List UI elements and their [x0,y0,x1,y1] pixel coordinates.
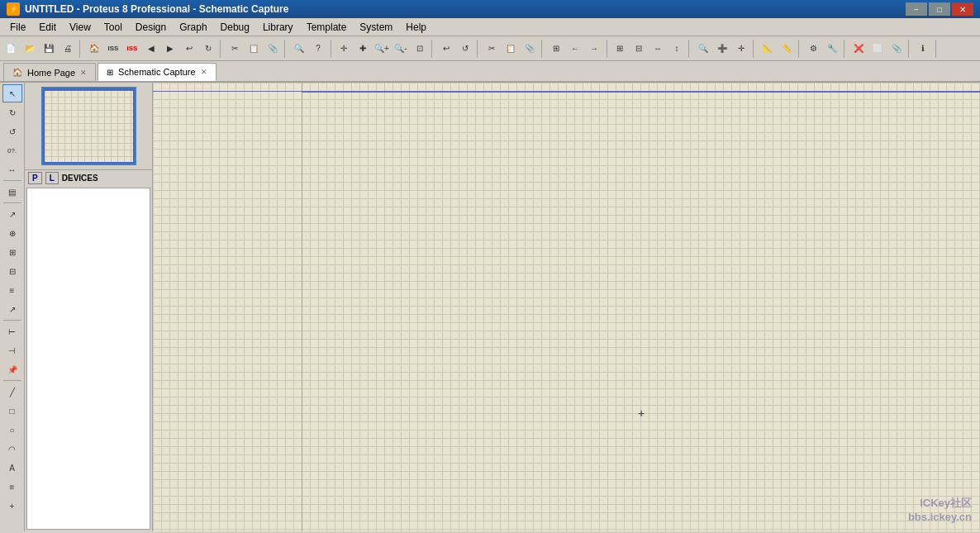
toolbar-group-nav: ✛ ✚ 🔍+ 🔍- ⊡ ↩ ↺ ✂ 📋 📎 ⊞ ← → [335,40,607,58]
lt-bus-entry[interactable]: ⊟ [2,262,22,280]
tb-save[interactable]: 💾 [40,40,58,58]
tb-box[interactable]: ⬜ [868,40,887,58]
menu-tool[interactable]: Tool [98,19,129,36]
tb-sim6[interactable]: ➕ [713,40,731,58]
lt-junction[interactable]: ⊕ [2,224,22,242]
lt-rotate-cw[interactable]: ↻ [2,103,22,121]
lt-port[interactable]: ⊣ [2,341,22,359]
tb-print[interactable]: 🖨 [59,40,77,58]
menu-system[interactable]: System [353,19,399,36]
devices-l-button[interactable]: L [45,172,59,184]
tb-open[interactable]: 📂 [21,40,39,58]
tb-info[interactable]: ℹ [914,40,932,58]
menu-design[interactable]: Design [129,19,173,36]
lt-mirror[interactable]: ↔ [2,160,22,178]
menu-library[interactable]: Library [256,19,300,36]
tb-undo-1[interactable]: ↩ [180,40,198,58]
tb-del[interactable]: ❌ [849,40,868,58]
menu-help[interactable]: Help [399,19,433,36]
lt-pin[interactable]: 📌 [2,360,22,378]
left-toolbar: ↖ ↻ ↺ 0?. ↔ ▤ ↗ ⊕ ⊞ ⊟ ≡ ↗ ⊢ ⊣ 📌 ╱ □ ○ ◠ … [0,83,25,531]
tb-paste[interactable]: 📎 [264,40,282,58]
tb-sim7[interactable]: ✛ [732,40,750,58]
tb-redo-1[interactable]: ↻ [199,40,217,58]
menu-template[interactable]: Template [300,19,354,36]
lt-bus[interactable]: ≡ [2,281,22,299]
tb-grid1[interactable]: ISS [104,40,122,58]
lt-wire-label[interactable]: ⊞ [2,243,22,261]
tb-search[interactable]: 🔍 [290,40,308,58]
tab-home-close[interactable]: ✕ [80,69,87,77]
lt-rect[interactable]: □ [2,402,22,420]
tb-sim5[interactable]: 🔍 [694,40,712,58]
lt-arc[interactable]: ◠ [2,440,22,458]
lt-select[interactable]: ↖ [2,84,22,102]
devices-p-button[interactable]: P [28,172,42,184]
lt-component[interactable]: ↗ [2,205,22,223]
tb-arrow-left[interactable]: ◀ [142,40,160,58]
preview-box [41,87,136,165]
tb-clip[interactable]: 📎 [887,40,906,58]
window-title: UNTITLED - Proteus 8 Professional - Sche… [25,3,288,15]
tb-tool2[interactable]: 📏 [778,40,796,58]
watermark-line2: bbs.ickey.cn [908,511,972,523]
tb-tool1[interactable]: 📐 [759,40,777,58]
lt-query[interactable]: 0?. [2,141,22,159]
tb-question[interactable]: ? [309,40,327,58]
tb-copy2[interactable]: 📋 [502,40,520,58]
minimize-button[interactable]: − [906,2,927,16]
menu-view[interactable]: View [63,19,98,36]
tb-home[interactable]: 🏠 [85,40,103,58]
lt-rotate-ccw[interactable]: ↺ [2,122,22,140]
tb-new[interactable]: 📄 [2,40,20,58]
tb-redo-2[interactable]: ↺ [456,40,474,58]
watermark: ICKey社区 bbs.ickey.cn [908,496,972,523]
tb-zoom-in[interactable]: 🔍+ [373,40,391,58]
menu-edit[interactable]: Edit [32,19,63,36]
sep8 [753,40,756,58]
menu-graph[interactable]: Graph [173,19,213,36]
tb-pan-left[interactable]: ← [566,40,584,58]
tb-sim1[interactable]: ⊞ [611,40,629,58]
lt-add[interactable]: + [2,497,22,515]
tb-arrow-right[interactable]: ▶ [161,40,179,58]
tab-home-label: Home Page [27,68,75,78]
home-icon: 🏠 [12,68,22,77]
tb-pan-right[interactable]: → [585,40,603,58]
tab-home[interactable]: 🏠 Home Page ✕ [3,63,96,81]
maximize-button[interactable]: □ [929,2,950,16]
tb-sim3[interactable]: ↔ [649,40,667,58]
lt-line[interactable]: ╱ [2,383,22,401]
lt-power[interactable]: ↗ [2,300,22,318]
lt-sep1 [3,180,21,181]
lt-symbol[interactable]: ≡ [2,478,22,496]
tb-move[interactable]: ✚ [354,40,372,58]
tb-tool3[interactable]: ⚙ [804,40,822,58]
menu-file[interactable]: File [3,19,32,36]
tb-cut[interactable]: ✂ [226,40,244,58]
tb-grid2[interactable]: ISS [123,40,141,58]
lt-circle[interactable]: ○ [2,421,22,439]
tb-paste2[interactable]: 📎 [521,40,539,58]
tab-schematic-close[interactable]: ✕ [201,68,207,76]
tb-sim4[interactable]: ↕ [668,40,686,58]
lt-labels[interactable]: ▤ [2,183,22,201]
devices-list[interactable] [26,188,150,530]
tb-zoom-fit[interactable]: ⊡ [411,40,429,58]
tb-cut2[interactable]: ✂ [483,40,501,58]
tb-tool4[interactable]: 🔧 [823,40,841,58]
tb-copy[interactable]: 📋 [245,40,263,58]
tab-schematic[interactable]: ⊞ Schematic Capture ✕ [98,63,216,81]
tb-crosshair[interactable]: ✛ [335,40,353,58]
left-panel: P L DEVICES [25,83,153,531]
tb-zoom-all[interactable]: ⊞ [547,40,565,58]
menu-debug[interactable]: Debug [214,19,256,36]
tb-sim2[interactable]: ⊟ [630,40,648,58]
lt-terminal[interactable]: ⊢ [2,322,22,340]
tb-undo-2[interactable]: ↩ [437,40,455,58]
canvas-area[interactable]: ICKey社区 bbs.ickey.cn [153,83,980,531]
close-button[interactable]: ✕ [952,2,973,16]
sep3 [284,40,288,58]
lt-text[interactable]: A [2,459,22,477]
tb-zoom-out[interactable]: 🔍- [392,40,410,58]
